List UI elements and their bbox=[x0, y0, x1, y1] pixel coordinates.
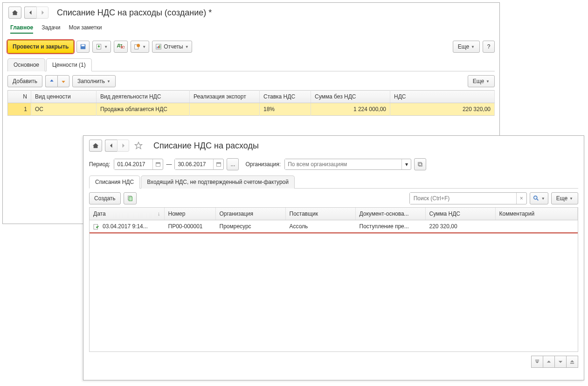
dtkt-button[interactable]: ДтКт bbox=[114, 41, 128, 53]
move-down-button[interactable] bbox=[57, 75, 69, 87]
svg-rect-8 bbox=[157, 47, 158, 49]
org-select[interactable]: ▾ bbox=[284, 159, 411, 170]
nav-back-2[interactable] bbox=[105, 140, 117, 152]
list-prev[interactable] bbox=[543, 356, 555, 368]
svg-rect-14 bbox=[216, 162, 221, 163]
copy-button[interactable] bbox=[124, 192, 137, 204]
tab-tasks[interactable]: Задачи bbox=[42, 24, 60, 34]
favorite-icon[interactable] bbox=[134, 141, 143, 150]
save-button[interactable] bbox=[76, 41, 90, 53]
values-table[interactable]: N Вид ценности Вид деятельности НДС Реал… bbox=[7, 90, 495, 116]
svg-rect-12 bbox=[156, 162, 160, 163]
post-button[interactable]: ▼ bbox=[92, 41, 111, 53]
date-to[interactable] bbox=[174, 159, 224, 170]
tab-writeoffs[interactable]: Списания НДС bbox=[89, 175, 140, 189]
date-from-input[interactable] bbox=[114, 159, 152, 169]
help-button-1[interactable]: ? bbox=[483, 41, 495, 53]
list-toolbar: Создать × ▼ Еще▼ bbox=[89, 192, 578, 204]
subtab-values[interactable]: Ценности (1) bbox=[46, 58, 92, 71]
titlebar-1: Списание НДС на расходы (создание) * bbox=[3, 3, 499, 22]
basis-button[interactable]: ▼ bbox=[131, 41, 149, 53]
sub-tabs-2: Списания НДС Входящий НДС, не подтвержде… bbox=[89, 175, 578, 189]
more-button-1[interactable]: Еще▼ bbox=[453, 41, 480, 53]
list-table[interactable]: Дата ↓ Номер Организация Поставщик Докум… bbox=[90, 208, 578, 233]
svg-rect-1 bbox=[82, 45, 85, 47]
org-open-button[interactable] bbox=[414, 158, 426, 170]
list-next[interactable] bbox=[554, 356, 567, 368]
lcol-basis[interactable]: Документ-основа... bbox=[355, 208, 425, 220]
period-label: Период: bbox=[89, 161, 110, 168]
nav-back[interactable] bbox=[24, 7, 36, 19]
table-row[interactable]: 1 ОС Продажа облагается НДС 18% 1 224 00… bbox=[8, 103, 495, 116]
org-label: Организация: bbox=[245, 161, 281, 168]
list-row[interactable]: 03.04.2017 9:14... ПР00-000001 Промресур… bbox=[90, 220, 578, 233]
org-input[interactable] bbox=[285, 159, 401, 169]
svg-rect-18 bbox=[129, 197, 132, 201]
window-title-2: Списание НДС на расходы bbox=[153, 141, 259, 151]
svg-rect-9 bbox=[158, 46, 159, 48]
lcol-num[interactable]: Номер bbox=[164, 208, 215, 220]
col-sum[interactable]: Сумма без НДС bbox=[311, 91, 390, 103]
reports-button[interactable]: Отчеты▼ bbox=[152, 41, 192, 53]
window-title-1: Списание НДС на расходы (создание) * bbox=[57, 8, 212, 18]
tab-content-1: Добавить Заполнить▼ Еще▼ N Вид ценности … bbox=[7, 75, 495, 116]
fill-button[interactable]: Заполнить▼ bbox=[72, 75, 116, 87]
home-button-2[interactable] bbox=[89, 140, 102, 152]
tab-notes[interactable]: Мои заметки bbox=[69, 24, 102, 34]
period-select-button[interactable]: ... bbox=[227, 158, 239, 170]
nav-tabs: Главное Задачи Мои заметки bbox=[3, 22, 499, 37]
calendar-icon-2[interactable] bbox=[213, 159, 223, 169]
col-rate[interactable]: Ставка НДС bbox=[260, 91, 311, 103]
svg-rect-15 bbox=[418, 162, 422, 166]
nav-forward-2 bbox=[117, 140, 129, 152]
date-from[interactable] bbox=[114, 159, 163, 170]
move-up-button[interactable] bbox=[45, 75, 57, 87]
more-button-2[interactable]: Еще▼ bbox=[468, 75, 495, 87]
list-area: Дата ↓ Номер Организация Поставщик Докум… bbox=[89, 207, 578, 352]
svg-rect-10 bbox=[159, 45, 160, 49]
more-button-3[interactable]: Еще▼ bbox=[551, 192, 578, 204]
col-type[interactable]: Вид ценности bbox=[31, 91, 97, 103]
post-and-close-button[interactable]: Провести и закрыть bbox=[7, 40, 74, 53]
calendar-icon[interactable] bbox=[152, 159, 163, 169]
lcol-org[interactable]: Организация bbox=[215, 208, 285, 220]
list-nav-footer bbox=[83, 356, 584, 372]
col-activity[interactable]: Вид деятельности НДС bbox=[97, 91, 190, 103]
toolbar-1: Провести и закрыть ▼ ДтКт ▼ Отчеты▼ Еще▼… bbox=[3, 37, 499, 56]
period-sep: — bbox=[166, 161, 172, 168]
sub-tabs-1: Основное Ценности (1) bbox=[7, 58, 495, 71]
filter-row: Период: — ... Организация: ▾ bbox=[83, 155, 584, 173]
svg-text:Кт: Кт bbox=[121, 44, 125, 49]
window-list: Списание НДС на расходы Период: — ... Ор… bbox=[83, 135, 584, 380]
titlebar-2: Списание НДС на расходы bbox=[83, 136, 584, 155]
org-dropdown[interactable]: ▾ bbox=[401, 159, 411, 169]
list-first[interactable] bbox=[531, 356, 543, 368]
col-export[interactable]: Реализация экспорт bbox=[190, 91, 260, 103]
nav-forward bbox=[36, 7, 48, 19]
col-vat[interactable]: НДС bbox=[390, 91, 495, 103]
find-button[interactable]: ▼ bbox=[530, 192, 548, 204]
date-to-input[interactable] bbox=[175, 159, 213, 169]
lcol-date[interactable]: Дата ↓ bbox=[90, 208, 164, 220]
lcol-comment[interactable]: Комментарий bbox=[495, 208, 578, 220]
col-n[interactable]: N bbox=[8, 91, 31, 103]
search-input[interactable] bbox=[410, 193, 516, 204]
search-clear[interactable]: × bbox=[516, 193, 526, 204]
add-button[interactable]: Добавить bbox=[7, 75, 42, 87]
subtab-main[interactable]: Основное bbox=[7, 58, 45, 71]
tab-main[interactable]: Главное bbox=[10, 24, 33, 34]
list-last[interactable] bbox=[566, 356, 578, 368]
lcol-vat[interactable]: Сумма НДС bbox=[425, 208, 495, 220]
svg-point-6 bbox=[137, 44, 140, 47]
svg-rect-16 bbox=[419, 163, 422, 167]
lcol-supplier[interactable]: Поставщик bbox=[285, 208, 355, 220]
search-box[interactable]: × bbox=[409, 192, 527, 204]
tab-incoming[interactable]: Входящий НДС, не подтвержденный счетом-ф… bbox=[141, 175, 295, 189]
create-button[interactable]: Создать bbox=[89, 192, 121, 204]
svg-line-20 bbox=[537, 199, 539, 201]
home-button[interactable] bbox=[8, 7, 21, 19]
svg-point-19 bbox=[533, 196, 537, 199]
